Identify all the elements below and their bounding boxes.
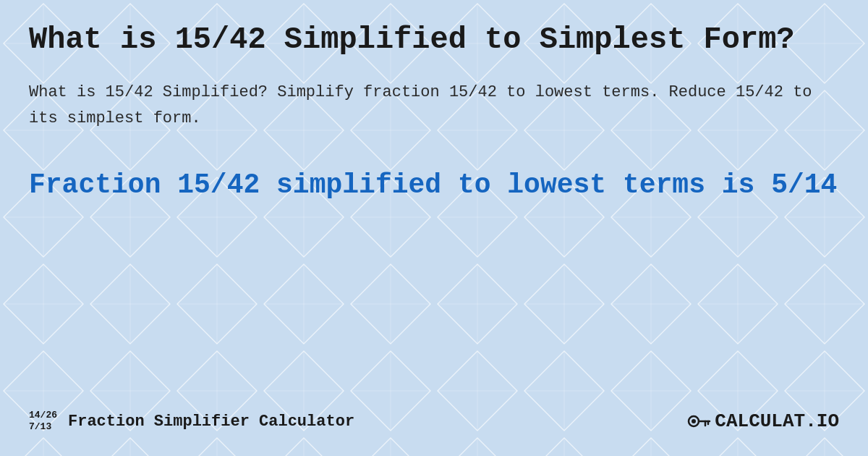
footer-fractions: 14/26 7/13 — [29, 410, 57, 432]
page-title: What is 15/42 Simplified to Simplest For… — [29, 22, 839, 58]
main-content-wrapper: What is 15/42 Simplified to Simplest For… — [0, 0, 868, 456]
logo-text: CALCULAT.IO — [715, 410, 839, 432]
footer-label: Fraction Simplifier Calculator — [68, 413, 354, 431]
footer: 14/26 7/13 Fraction Simplifier Calculato… — [29, 408, 839, 442]
article-content: What is 15/42 Simplified to Simplest For… — [29, 22, 839, 408]
result-heading: Fraction 15/42 simplified to lowest term… — [29, 167, 839, 203]
footer-fraction-2: 7/13 — [29, 421, 57, 433]
logo: CALCULAT.IO — [685, 408, 839, 434]
description-text: What is 15/42 Simplified? Simplify fract… — [29, 80, 839, 130]
svg-point-10 — [692, 419, 696, 423]
footer-fraction-1: 14/26 — [29, 410, 57, 421]
logo-icon — [685, 408, 711, 434]
